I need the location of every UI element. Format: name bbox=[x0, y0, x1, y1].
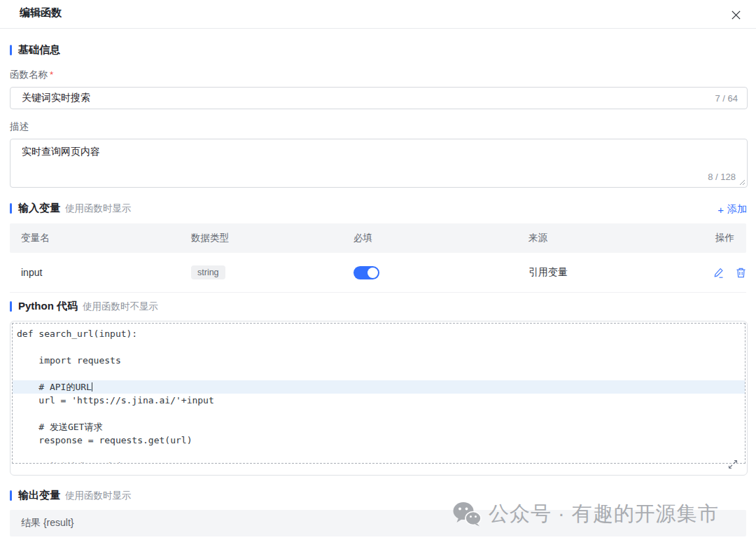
dialog-title: 编辑函数 bbox=[20, 6, 62, 20]
name-char-counter: 7 / 64 bbox=[715, 93, 738, 104]
col-header-actions: 操作 bbox=[704, 232, 746, 244]
type-tag: string bbox=[191, 265, 225, 280]
section-accent-bar bbox=[10, 45, 12, 55]
edit-icon[interactable] bbox=[713, 267, 724, 279]
required-toggle[interactable] bbox=[354, 266, 379, 279]
code-line: def search_url(input): bbox=[13, 327, 745, 340]
description-value: 实时查询网页内容 bbox=[22, 146, 100, 158]
section-python-code-hint: 使用函数时不显示 bbox=[83, 300, 158, 313]
section-python-code: Python 代码 使用函数时不显示 bbox=[10, 300, 158, 313]
edit-function-dialog: { "dialog": { "title": "编辑函数" }, "basic"… bbox=[0, 0, 756, 547]
result-label: 结果 {result} bbox=[21, 517, 74, 529]
expand-editor-button[interactable] bbox=[727, 459, 738, 470]
function-name-input[interactable]: 关键词实时搜索 7 / 64 bbox=[10, 87, 748, 109]
table-row: input string 引用变量 bbox=[10, 253, 746, 293]
code-editor-container: def search_url(input): import requests #… bbox=[10, 321, 748, 476]
code-line bbox=[13, 407, 745, 420]
section-accent-bar bbox=[10, 301, 12, 312]
section-output-vars-hint: 使用函数时显示 bbox=[65, 490, 132, 502]
wechat-icon bbox=[452, 501, 482, 527]
section-input-vars: 输入变量 使用函数时显示 bbox=[10, 202, 132, 215]
code-line: import requests bbox=[13, 354, 745, 367]
resize-grip-icon[interactable] bbox=[738, 179, 746, 186]
delete-icon[interactable] bbox=[735, 267, 747, 279]
code-line bbox=[13, 340, 745, 354]
required-asterisk: * bbox=[50, 69, 53, 80]
code-line-active: # API的URL bbox=[13, 380, 745, 394]
description-label: 描述 bbox=[10, 120, 29, 133]
close-button[interactable] bbox=[727, 6, 745, 24]
function-name-value: 关键词实时搜索 bbox=[22, 92, 715, 104]
python-code-editor[interactable]: def search_url(input): import requests #… bbox=[12, 323, 746, 464]
col-header-name: 变量名 bbox=[10, 232, 180, 244]
section-input-vars-title: 输入变量 bbox=[18, 202, 60, 215]
col-header-required: 必填 bbox=[342, 232, 517, 244]
section-output-vars-title: 输出变量 bbox=[18, 489, 60, 502]
section-output-vars: 输出变量 使用函数时显示 bbox=[10, 489, 132, 502]
section-accent-bar bbox=[10, 203, 12, 214]
code-line bbox=[13, 447, 745, 460]
table-header-row: 变量名 数据类型 必填 来源 操作 bbox=[10, 223, 746, 253]
col-header-type: 数据类型 bbox=[180, 232, 342, 244]
code-line: # 检查请求是否成功 bbox=[13, 460, 745, 464]
code-line: response = requests.get(url) bbox=[13, 434, 745, 447]
input-variables-table: 变量名 数据类型 必填 来源 操作 input string 引用变量 bbox=[10, 223, 746, 293]
description-textarea[interactable]: 实时查询网页内容 8 / 128 bbox=[10, 139, 748, 188]
watermark-text: 公众号 · 有趣的开源集市 bbox=[489, 500, 719, 528]
section-basic-info-title: 基础信息 bbox=[18, 43, 60, 57]
close-icon bbox=[731, 10, 741, 20]
add-variable-button[interactable]: + 添加 bbox=[718, 203, 747, 216]
plus-icon: + bbox=[718, 204, 724, 216]
code-line bbox=[13, 367, 745, 380]
watermark: 公众号 · 有趣的开源集市 bbox=[452, 500, 719, 528]
code-line: # 发送GET请求 bbox=[13, 420, 745, 434]
section-basic-info: 基础信息 bbox=[10, 43, 60, 57]
toggle-knob bbox=[368, 268, 378, 278]
description-char-counter: 8 / 128 bbox=[708, 172, 736, 182]
source-cell: 引用变量 bbox=[517, 266, 704, 279]
section-accent-bar bbox=[10, 490, 12, 501]
section-input-vars-hint: 使用函数时显示 bbox=[65, 202, 132, 215]
expand-icon bbox=[727, 459, 738, 470]
col-header-source: 来源 bbox=[517, 232, 704, 244]
dialog-header: 编辑函数 bbox=[0, 0, 756, 29]
text-cursor bbox=[92, 382, 92, 392]
section-python-code-title: Python 代码 bbox=[18, 300, 78, 313]
variable-name-cell: input bbox=[10, 267, 180, 278]
code-line: url = 'https://s.jina.ai/'+input bbox=[13, 394, 745, 407]
function-name-label: 函数名称* bbox=[10, 69, 53, 81]
